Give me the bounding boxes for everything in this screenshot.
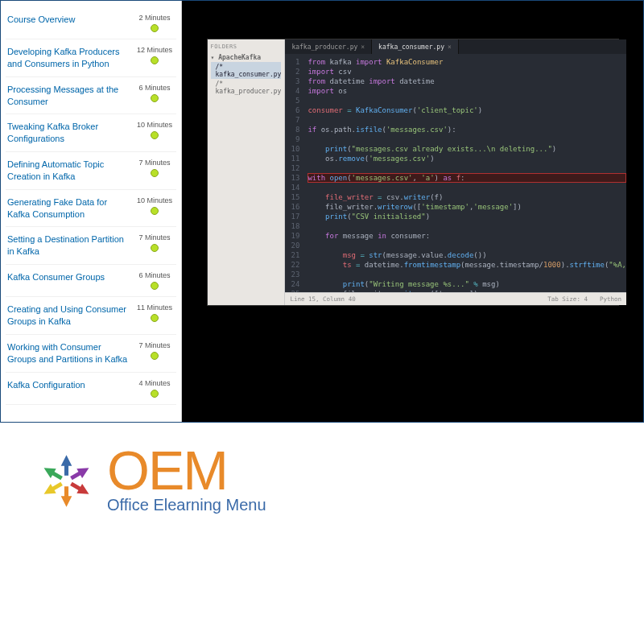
status-dot-icon bbox=[151, 24, 159, 32]
course-duration: 6 Minutes bbox=[138, 84, 170, 92]
course-title[interactable]: Setting a Destination Partition in Kafka bbox=[7, 233, 128, 258]
logo-subtitle: Office Elearning Menu bbox=[107, 496, 266, 514]
oem-logo: OEM Office Elearning Menu bbox=[32, 447, 266, 515]
arrows-circle-icon bbox=[32, 447, 101, 515]
course-title[interactable]: Creating and Using Consumer Groups in Ka… bbox=[7, 303, 128, 328]
status-dot-icon bbox=[151, 314, 159, 322]
course-duration: 2 Minutes bbox=[138, 14, 170, 22]
course-duration: 10 Minutes bbox=[137, 121, 172, 129]
course-item[interactable]: Working with Consumer Groups and Partiti… bbox=[6, 335, 176, 373]
folders-header: FOLDERS bbox=[211, 43, 282, 50]
editor-statusbar: Line 15, Column 40 Tab Size: 4Python bbox=[285, 292, 626, 305]
course-title[interactable]: Tweaking Kafka Broker Configurations bbox=[7, 121, 128, 145]
course-duration: 7 Minutes bbox=[138, 233, 170, 242]
course-duration: 10 Minutes bbox=[137, 196, 172, 204]
code-body[interactable]: 1234567891011121314151617181920212223242… bbox=[285, 54, 626, 292]
course-item[interactable]: Creating and Using Consumer Groups in Ka… bbox=[6, 297, 176, 335]
course-item[interactable]: Tweaking Kafka Broker Configurations10 M… bbox=[6, 114, 176, 152]
status-dot-icon bbox=[151, 169, 159, 177]
code-wrap: kafka_producer.py× kafka_consumer.py× 12… bbox=[285, 39, 626, 305]
folder-panel: FOLDERS ▾ ApacheKafka /* kafka_consumer.… bbox=[208, 39, 286, 305]
status-dot-icon bbox=[151, 131, 159, 139]
editor-tabs: kafka_producer.py× kafka_consumer.py× bbox=[285, 39, 626, 54]
status-dot-icon bbox=[151, 352, 159, 360]
status-dot-icon bbox=[151, 282, 159, 290]
status-dot-icon bbox=[151, 56, 159, 64]
logo-title: OEM bbox=[107, 448, 266, 494]
status-lang[interactable]: Python bbox=[600, 295, 621, 303]
video-area: FOLDERS ▾ ApacheKafka /* kafka_consumer.… bbox=[182, 1, 643, 422]
course-duration: 6 Minutes bbox=[138, 271, 170, 279]
status-dot-icon bbox=[151, 207, 159, 215]
course-title[interactable]: Working with Consumer Groups and Partiti… bbox=[7, 341, 128, 365]
close-icon[interactable]: × bbox=[448, 43, 452, 51]
close-icon[interactable]: × bbox=[361, 43, 365, 51]
code-content[interactable]: from kafka import KafkaConsumerimport cs… bbox=[303, 54, 626, 292]
course-title[interactable]: Kafka Configuration bbox=[7, 379, 85, 391]
folder-root[interactable]: ▾ ApacheKafka bbox=[211, 52, 282, 62]
course-title[interactable]: Processing Messages at the Consumer bbox=[7, 84, 128, 108]
course-title[interactable]: Developing Kafka Producers and Consumers… bbox=[7, 46, 128, 70]
folder-tree: ▾ ApacheKafka /* kafka_consumer.py /* ka… bbox=[211, 52, 282, 96]
course-item[interactable]: Kafka Configuration4 Minutes bbox=[6, 373, 176, 405]
course-duration: 7 Minutes bbox=[138, 341, 170, 349]
status-dot-icon bbox=[151, 94, 159, 102]
file-item[interactable]: /* kafka_consumer.py bbox=[211, 62, 282, 79]
main-area: Course Overview2 Minutes Developing Kafk… bbox=[0, 0, 644, 423]
course-item[interactable]: Course Overview2 Minutes bbox=[6, 7, 176, 39]
course-sidebar: Course Overview2 Minutes Developing Kafk… bbox=[1, 1, 182, 422]
app-root: Course Overview2 Minutes Developing Kafk… bbox=[0, 0, 644, 644]
course-duration: 12 Minutes bbox=[137, 46, 172, 54]
editor-tab[interactable]: kafka_producer.py× bbox=[285, 39, 372, 54]
course-item[interactable]: Processing Messages at the Consumer6 Min… bbox=[6, 77, 176, 115]
course-title[interactable]: Kafka Consumer Groups bbox=[7, 271, 105, 283]
course-title[interactable]: Course Overview bbox=[7, 14, 75, 26]
status-dot-icon bbox=[151, 244, 159, 252]
course-duration: 11 Minutes bbox=[137, 303, 172, 312]
course-title[interactable]: Generating Fake Data for Kafka Consumpti… bbox=[7, 196, 128, 221]
course-item[interactable]: Setting a Destination Partition in Kafka… bbox=[6, 227, 176, 265]
course-item[interactable]: Defining Automatic Topic Creation in Kaf… bbox=[6, 152, 176, 190]
course-title[interactable]: Defining Automatic Topic Creation in Kaf… bbox=[7, 159, 128, 183]
course-duration: 4 Minutes bbox=[138, 379, 170, 387]
code-editor: FOLDERS ▾ ApacheKafka /* kafka_consumer.… bbox=[208, 39, 618, 305]
status-tabsize[interactable]: Tab Size: 4 bbox=[547, 295, 588, 303]
logo-area: OEM Office Elearning Menu bbox=[0, 423, 644, 644]
line-gutter: 1234567891011121314151617181920212223242… bbox=[285, 54, 303, 292]
course-duration: 7 Minutes bbox=[138, 159, 170, 167]
status-cursor: Line 15, Column 40 bbox=[290, 295, 355, 303]
file-item[interactable]: /* kafka_producer.py bbox=[211, 79, 282, 96]
status-dot-icon bbox=[151, 390, 159, 398]
editor-tab[interactable]: kafka_consumer.py× bbox=[372, 39, 459, 54]
course-item[interactable]: Developing Kafka Producers and Consumers… bbox=[6, 39, 176, 77]
course-item[interactable]: Kafka Consumer Groups6 Minutes bbox=[6, 265, 176, 297]
course-item[interactable]: Generating Fake Data for Kafka Consumpti… bbox=[6, 190, 176, 228]
logo-text: OEM Office Elearning Menu bbox=[107, 448, 266, 514]
